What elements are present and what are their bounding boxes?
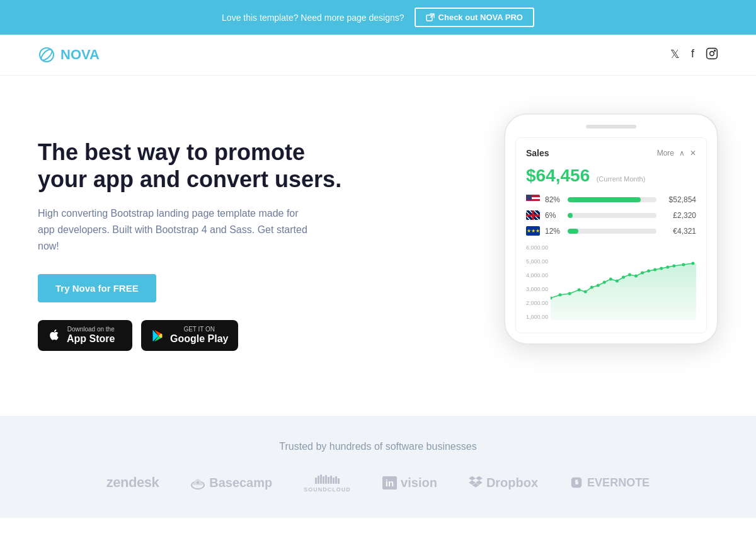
stat-row: ★★★ 12% €4,321 bbox=[526, 226, 696, 236]
svg-rect-34 bbox=[318, 476, 319, 484]
svg-point-24 bbox=[647, 270, 650, 273]
banner-text: Love this template? Need more page desig… bbox=[222, 13, 404, 23]
svg-rect-42 bbox=[338, 478, 340, 484]
evernote-icon bbox=[570, 476, 583, 490]
stat-bar-fill-eu bbox=[568, 229, 578, 234]
svg-point-28 bbox=[672, 265, 675, 268]
brand-zendesk: zendesk bbox=[106, 474, 159, 491]
app-store-button[interactable]: Download on the App Store bbox=[38, 320, 132, 351]
phone-outer: Sales More ∧ ✕ $64,456 (Current Month) bbox=[504, 113, 718, 345]
basecamp-label: Basecamp bbox=[209, 476, 272, 490]
svg-rect-37 bbox=[325, 475, 327, 484]
zendesk-label: zendesk bbox=[106, 474, 159, 491]
svg-rect-33 bbox=[315, 478, 317, 484]
soundcloud-icon bbox=[315, 473, 340, 485]
mini-chart: 6,000.00 5,000.00 4,000.00 3,000.00 2,00… bbox=[526, 244, 696, 323]
trusted-section: Trusted by hundreds of software business… bbox=[0, 416, 756, 518]
chart-label-3000: 3,000.00 bbox=[526, 286, 548, 292]
stat-row: 6% £2,320 bbox=[526, 210, 696, 220]
stat-row: 82% $52,854 bbox=[526, 195, 696, 204]
svg-point-11 bbox=[559, 294, 562, 297]
stat-value-eu: €4,321 bbox=[662, 227, 696, 236]
chart-label-6000: 6,000.00 bbox=[526, 244, 548, 251]
brand-basecamp: Basecamp bbox=[190, 475, 272, 490]
basecamp-icon bbox=[190, 475, 205, 490]
app-store-text: Download on the App Store bbox=[67, 326, 115, 345]
brand-invision: in vision bbox=[382, 476, 437, 490]
dropbox-label: Dropbox bbox=[486, 476, 538, 490]
google-play-icon bbox=[151, 329, 164, 343]
google-play-button[interactable]: GET IT ON Google Play bbox=[141, 320, 238, 351]
svg-rect-38 bbox=[328, 477, 329, 484]
nova-pro-button[interactable]: Check out NOVA PRO bbox=[415, 8, 534, 27]
svg-rect-40 bbox=[333, 478, 335, 484]
instagram-icon[interactable] bbox=[706, 47, 718, 63]
hero-title: The best way to promote your app and con… bbox=[38, 139, 353, 193]
stat-bar-bg-gb bbox=[568, 213, 656, 218]
chevron-up-icon: ∧ bbox=[679, 149, 685, 158]
invision-icon: in bbox=[382, 476, 397, 490]
current-month-label: (Current Month) bbox=[597, 175, 646, 183]
stat-value-us: $52,854 bbox=[662, 195, 696, 204]
flag-us bbox=[526, 195, 540, 204]
svg-rect-0 bbox=[427, 15, 432, 21]
svg-point-12 bbox=[568, 292, 571, 295]
twitter-icon[interactable]: 𝕏 bbox=[670, 47, 680, 63]
chart-svg bbox=[551, 244, 696, 320]
svg-point-20 bbox=[622, 276, 625, 279]
flag-eu: ★★★ bbox=[526, 226, 540, 236]
stat-pct-us: 82% bbox=[545, 195, 563, 204]
phone-screen: Sales More ∧ ✕ $64,456 (Current Month) bbox=[515, 137, 707, 333]
chart-label-5000: 5,000.00 bbox=[526, 258, 548, 265]
hero-left: The best way to promote your app and con… bbox=[38, 113, 479, 351]
dropbox-icon bbox=[469, 476, 483, 490]
more-link[interactable]: More bbox=[657, 149, 674, 158]
stat-value-gb: £2,320 bbox=[662, 211, 696, 220]
svg-point-21 bbox=[628, 273, 631, 277]
nova-logo-icon bbox=[38, 46, 55, 64]
card-amount: $64,456 (Current Month) bbox=[526, 166, 696, 186]
svg-rect-35 bbox=[320, 474, 322, 484]
svg-point-25 bbox=[653, 268, 656, 272]
svg-point-14 bbox=[584, 290, 587, 294]
svg-point-17 bbox=[603, 281, 606, 284]
card-actions: More ∧ ✕ bbox=[657, 149, 696, 158]
stat-bar-bg-eu bbox=[568, 229, 656, 234]
svg-point-18 bbox=[609, 278, 612, 281]
svg-rect-36 bbox=[323, 476, 324, 484]
chart-svg-container bbox=[551, 244, 696, 323]
brand-logos: zendesk Basecamp SOUNDC bbox=[38, 473, 718, 493]
brand-evernote: EVERNOTE bbox=[570, 476, 650, 490]
invision-label: vision bbox=[401, 476, 437, 490]
top-banner: Love this template? Need more page desig… bbox=[0, 0, 756, 35]
social-icons: 𝕏 f bbox=[670, 47, 718, 63]
svg-point-19 bbox=[616, 280, 619, 283]
svg-point-16 bbox=[597, 284, 600, 287]
close-icon[interactable]: ✕ bbox=[690, 149, 696, 158]
svg-point-13 bbox=[578, 289, 581, 292]
apple-icon bbox=[48, 328, 60, 343]
stat-pct-eu: 12% bbox=[545, 227, 563, 236]
evernote-label: EVERNOTE bbox=[587, 476, 650, 490]
hero-section: The best way to promote your app and con… bbox=[0, 76, 756, 416]
chart-label-1000: 1,000.00 bbox=[526, 314, 548, 320]
svg-point-29 bbox=[682, 263, 685, 266]
flag-gb bbox=[526, 210, 540, 220]
brand-dropbox: Dropbox bbox=[469, 476, 538, 490]
stat-bar-bg-us bbox=[568, 197, 656, 202]
facebook-icon[interactable]: f bbox=[691, 47, 694, 63]
hero-subtitle: High converting Bootstrap landing page t… bbox=[38, 205, 315, 254]
stat-bar-fill-gb bbox=[568, 213, 573, 218]
svg-rect-41 bbox=[335, 476, 337, 484]
svg-rect-39 bbox=[330, 476, 332, 484]
stats-rows: 82% $52,854 6% bbox=[526, 195, 696, 236]
stat-pct-gb: 6% bbox=[545, 211, 563, 220]
svg-rect-3 bbox=[707, 48, 718, 59]
trusted-title: Trusted by hundreds of software business… bbox=[38, 441, 718, 452]
svg-point-26 bbox=[660, 267, 663, 270]
chart-label-4000: 4,000.00 bbox=[526, 272, 548, 278]
card-header: Sales More ∧ ✕ bbox=[526, 148, 696, 158]
try-nova-button[interactable]: Try Nova for FREE bbox=[38, 274, 156, 302]
logo[interactable]: NOVA bbox=[38, 46, 100, 64]
store-buttons: Download on the App Store GET IT ON Goog… bbox=[38, 320, 454, 351]
